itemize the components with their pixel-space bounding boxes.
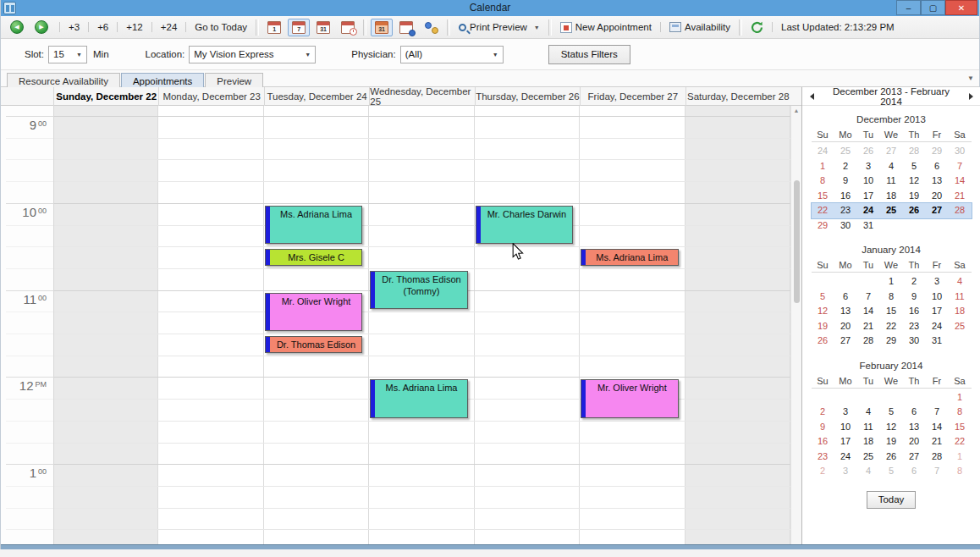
refresh-button[interactable] xyxy=(746,19,768,36)
mini-calendar-day[interactable]: 29 xyxy=(812,218,834,233)
mini-calendar-day[interactable]: 28 xyxy=(903,144,926,158)
mini-calendar-day[interactable]: 31 xyxy=(926,334,949,348)
mini-calendar-day[interactable]: 22 xyxy=(880,319,903,334)
mini-calendar-day[interactable]: 26 xyxy=(880,449,903,464)
mini-calendar-day[interactable]: 16 xyxy=(903,304,926,318)
mini-calendar-day[interactable]: 12 xyxy=(903,174,926,188)
mini-calendar-day[interactable]: 5 xyxy=(812,290,834,304)
mini-calendar-day[interactable]: 3 xyxy=(834,405,857,419)
mini-calendar-day[interactable]: 29 xyxy=(926,144,949,158)
appointment-block[interactable]: Dr. Thomas Edison (Tommy) xyxy=(370,271,467,309)
mini-calendar-day[interactable]: 14 xyxy=(926,420,949,434)
mini-calendar-day[interactable]: 11 xyxy=(880,174,903,188)
day-column[interactable] xyxy=(475,106,580,544)
tab-overflow-arrow[interactable]: ▼ xyxy=(967,74,974,82)
mini-calendar-day[interactable]: 3 xyxy=(857,159,880,174)
appointment-block[interactable]: Dr. Thomas Edison xyxy=(265,336,362,353)
mini-calendar-day[interactable]: 6 xyxy=(903,405,926,419)
mini-calendar-day[interactable]: 19 xyxy=(812,319,834,334)
mini-calendar-day[interactable]: 2 xyxy=(812,405,834,419)
mini-calendar-day[interactable]: 17 xyxy=(857,189,880,203)
mini-calendar-day[interactable]: 9 xyxy=(834,174,857,188)
mini-calendar-day[interactable]: 3 xyxy=(926,274,949,289)
timeline-view-button[interactable] xyxy=(337,19,359,36)
mini-calendar-day[interactable]: 31 xyxy=(857,218,880,233)
mini-calendar-day[interactable]: 4 xyxy=(880,159,903,174)
appointment-block[interactable]: Mr. Oliver Wright xyxy=(265,293,362,331)
mini-calendar-day[interactable]: 20 xyxy=(903,434,926,449)
mini-calendar-day[interactable]: 13 xyxy=(903,420,926,434)
mini-calendar-day[interactable]: 8 xyxy=(880,290,903,304)
mini-calendar-day[interactable]: 6 xyxy=(834,290,857,304)
mini-calendar-day[interactable]: 18 xyxy=(949,304,972,318)
mini-calendar-day[interactable]: 16 xyxy=(834,189,857,203)
mini-calendar-day[interactable]: 28 xyxy=(949,203,972,218)
day-column[interactable] xyxy=(685,106,790,544)
resource-view-button[interactable] xyxy=(395,19,417,36)
slot-select[interactable]: 15▼ xyxy=(48,46,87,63)
mini-calendar-day[interactable]: 28 xyxy=(926,449,949,464)
back-button[interactable]: ◀ xyxy=(6,18,30,36)
mini-calendar-day[interactable]: 8 xyxy=(812,174,834,188)
appointment-block[interactable]: Mr. Oliver Wright xyxy=(581,379,678,417)
new-appointment-button[interactable]: New Appointment xyxy=(556,19,656,36)
mini-calendar-day[interactable]: 6 xyxy=(926,159,949,174)
mini-calendar-day[interactable]: 8 xyxy=(949,405,972,419)
mini-calendar-day[interactable]: 7 xyxy=(926,464,949,478)
mini-calendar-day[interactable]: 4 xyxy=(949,274,972,289)
mini-calendar-day[interactable]: 27 xyxy=(880,144,903,158)
mini-calendar-day[interactable]: 18 xyxy=(857,434,880,449)
schedule-grid[interactable]: 9001000110012PM100Ms. Adriana LimaMr. Ch… xyxy=(1,106,801,544)
mini-calendar-day[interactable]: 2 xyxy=(903,274,926,289)
mini-calendar-day[interactable]: 5 xyxy=(880,405,903,419)
mini-calendar-day[interactable]: 25 xyxy=(880,203,903,218)
mini-calendar-day[interactable]: 22 xyxy=(812,203,834,218)
mini-calendar-day[interactable]: 4 xyxy=(857,464,880,478)
appointment-block[interactable]: Ms. Adriana Lima xyxy=(370,379,467,417)
mini-calendar-day[interactable]: 14 xyxy=(857,304,880,318)
mini-calendar-day[interactable]: 10 xyxy=(834,420,857,434)
mini-calendar-day[interactable]: 23 xyxy=(903,319,926,334)
mini-calendar-day[interactable]: 17 xyxy=(926,304,949,318)
mini-calendar-day[interactable]: 26 xyxy=(812,334,834,348)
mini-calendar-day[interactable]: 6 xyxy=(903,464,926,478)
mini-calendar-day[interactable]: 13 xyxy=(926,174,949,188)
mini-calendar-day[interactable]: 30 xyxy=(903,334,926,348)
mini-calendar-day[interactable]: 2 xyxy=(812,464,834,478)
mini-calendar-day[interactable]: 30 xyxy=(949,144,972,158)
mini-calendar-day[interactable]: 24 xyxy=(926,319,949,334)
status-filters-button[interactable]: Status Filters xyxy=(548,45,630,64)
mini-calendar-day[interactable]: 15 xyxy=(880,304,903,318)
grouping-view-button[interactable] xyxy=(420,19,443,36)
mini-calendar-day[interactable]: 15 xyxy=(812,189,834,203)
mini-calendar-day[interactable]: 10 xyxy=(926,290,949,304)
physician-select[interactable]: (All)▼ xyxy=(400,46,504,63)
vertical-scrollbar[interactable]: ▲ xyxy=(790,106,801,544)
mini-calendar-day[interactable]: 25 xyxy=(857,449,880,464)
appointment-block[interactable]: Ms. Adriana Lima xyxy=(581,249,678,266)
mini-calendar-day[interactable]: 7 xyxy=(949,159,972,174)
mini-calendar-day[interactable]: 2 xyxy=(834,159,857,174)
mini-calendar-day[interactable]: 11 xyxy=(949,290,972,304)
nav-offset-button-plus12[interactable]: +12 xyxy=(122,19,147,35)
availability-button[interactable]: Availability xyxy=(665,19,735,35)
appointment-block[interactable]: Mr. Charles Darwin xyxy=(476,206,573,244)
mini-calendar-day[interactable]: 12 xyxy=(880,420,903,434)
mini-calendar-day[interactable]: 24 xyxy=(834,449,857,464)
mini-calendar-day[interactable]: 30 xyxy=(834,218,857,233)
print-preview-button[interactable]: Print Preview ▼ xyxy=(454,19,544,35)
mini-calendar-day[interactable]: 1 xyxy=(880,274,903,289)
mini-calendar-day[interactable]: 23 xyxy=(834,203,857,218)
mini-calendar-day[interactable]: 7 xyxy=(926,405,949,419)
mini-calendar-day[interactable]: 1 xyxy=(812,159,834,174)
mini-calendar-day[interactable]: 28 xyxy=(857,334,880,348)
location-select[interactable]: My Vision Express▼ xyxy=(189,46,316,63)
appointment-block[interactable]: Ms. Adriana Lima xyxy=(265,206,362,244)
mini-calendar-day[interactable]: 24 xyxy=(812,144,834,158)
mini-calendar-day[interactable]: 1 xyxy=(949,449,972,464)
maximize-button[interactable]: ▢ xyxy=(921,0,945,15)
minimize-button[interactable]: – xyxy=(896,0,921,15)
today-button[interactable]: Today xyxy=(867,491,916,509)
mini-calendar-day[interactable]: 7 xyxy=(857,290,880,304)
mini-calendar-day[interactable]: 19 xyxy=(880,434,903,449)
